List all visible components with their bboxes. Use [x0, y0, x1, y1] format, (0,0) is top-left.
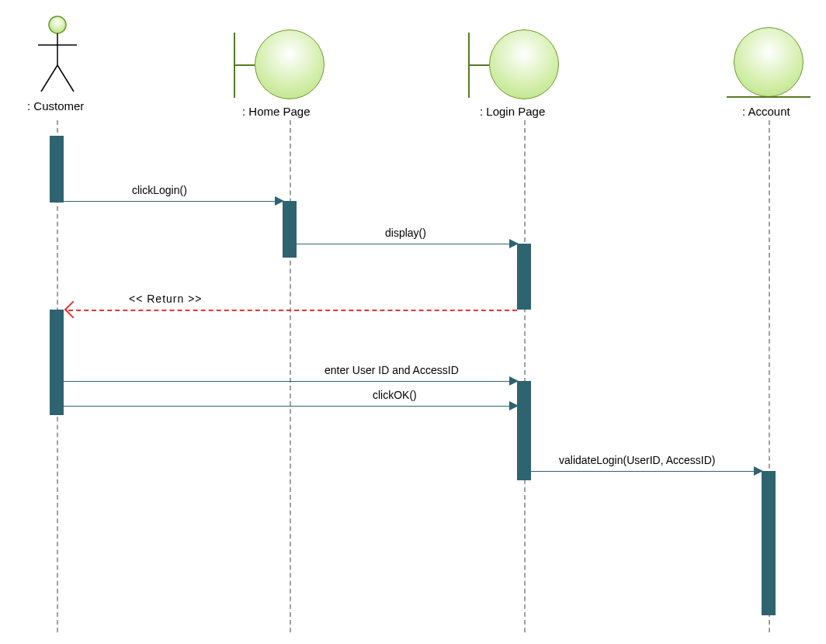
arrowhead-icon — [509, 376, 519, 386]
entity-base-icon — [727, 96, 810, 98]
activation-loginpage-1 — [517, 244, 531, 310]
entity-circle-icon — [734, 27, 803, 97]
msg-validatelogin — [531, 471, 755, 472]
boundary-stem-icon — [468, 64, 489, 66]
msg-display — [297, 244, 511, 244]
actor-icon — [33, 14, 82, 99]
msg-label-display: display() — [385, 227, 426, 239]
boundary-stem-icon — [234, 64, 255, 66]
sequence-diagram: : Customer : Home Page : Login Page : Ac… — [0, 0, 826, 644]
actor-label-customer: : Customer — [27, 99, 84, 113]
participant-label-homepage: : Home Page — [242, 105, 311, 118]
msg-clicklogin — [64, 201, 276, 202]
boundary-circle-icon — [255, 29, 324, 99]
svg-line-4 — [57, 65, 74, 92]
activation-customer-1 — [50, 136, 64, 203]
participant-label-account: : Account — [742, 105, 790, 118]
msg-return — [68, 310, 517, 311]
msg-enter-credentials — [64, 381, 511, 382]
arrowhead-icon — [509, 239, 519, 248]
lifeline-loginpage — [524, 120, 526, 632]
msg-clickok — [64, 406, 511, 407]
lifeline-homepage — [290, 120, 291, 632]
boundary-circle-icon — [489, 29, 559, 99]
svg-point-0 — [49, 16, 66, 33]
activation-loginpage-2 — [517, 381, 531, 480]
msg-label-enter-credentials: enter User ID and AccessID — [324, 364, 459, 376]
activation-customer-2 — [50, 310, 64, 415]
participant-label-loginpage: : Login Page — [480, 105, 545, 118]
msg-label-clicklogin: clickLogin() — [132, 184, 187, 196]
arrowhead-open-icon — [64, 301, 82, 319]
msg-label-clickok: clickOK() — [373, 389, 417, 401]
activation-homepage-1 — [283, 201, 297, 258]
msg-label-return: << Return >> — [129, 293, 203, 305]
svg-line-3 — [41, 65, 57, 92]
activation-account-1 — [762, 471, 776, 615]
arrowhead-icon — [275, 196, 284, 206]
arrowhead-icon — [754, 466, 763, 476]
msg-label-validatelogin: validateLogin(UserID, AccessID) — [559, 454, 716, 466]
arrowhead-icon — [509, 401, 519, 410]
